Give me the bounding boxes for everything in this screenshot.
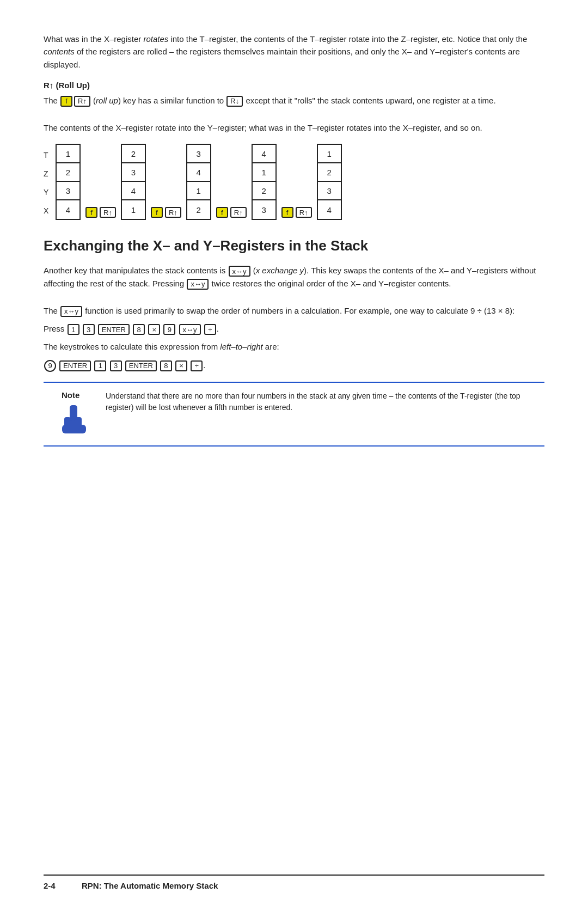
keystroke-key-9: 9: [44, 360, 56, 372]
label-Z: Z: [44, 164, 53, 183]
stack-4-cells: 4 1 2 3: [252, 144, 277, 220]
press-line: Press 1 3 ENTER 8 × 9 x↔y ÷.: [44, 322, 544, 335]
keystroke-keys-line: 9 ENTER 1 3 ENTER 8 × ÷.: [44, 359, 544, 372]
stack-5-X: 4: [318, 200, 341, 219]
arrow-key-1: f R↑: [85, 207, 117, 218]
rollup-heading: R↑ (Roll Up): [44, 81, 544, 90]
xxy-key-1: x↔y: [229, 266, 250, 277]
arrow-2: f R↑: [146, 146, 186, 220]
finger-icon: [59, 405, 89, 438]
label-T: T: [44, 146, 53, 164]
rollup-key: R↑: [74, 96, 90, 107]
footer-title: RPN: The Automatic Memory Stack: [82, 881, 218, 890]
stack-3-T: 3: [187, 145, 210, 163]
stack-4-Y: 2: [253, 182, 275, 200]
keystroke-key-enter2: ENTER: [125, 360, 157, 371]
keystroke-key-1: 1: [94, 360, 106, 371]
stack-1-X: 4: [57, 200, 79, 219]
stack-3-Z: 4: [187, 163, 210, 182]
press-key-xxy: x↔y: [179, 324, 201, 335]
arrow-key-3: f R↑: [216, 207, 247, 218]
stack-2-Z: 3: [122, 163, 145, 182]
stack-3-Y: 1: [187, 182, 210, 200]
exchange-para2: The x↔y function is used primarily to sw…: [44, 304, 544, 317]
label-X: X: [44, 201, 53, 220]
press-key-8: 8: [133, 324, 145, 335]
press-key-times: ×: [148, 324, 160, 335]
note-text: Understand that there are no more than f…: [106, 390, 536, 414]
stack-1-cells: 1 2 3 4: [56, 144, 81, 220]
stack-diagrams: T Z Y X 1 2 3 4 f R↑ 2 3 4 1: [44, 144, 544, 220]
left-to-right-italic: left–to–right: [220, 342, 262, 351]
exchange-italic: x exchange y: [256, 266, 304, 275]
stack-2-X: 1: [122, 200, 145, 219]
arrow-4: f R↑: [277, 146, 317, 220]
stack-labels: T Z Y X: [44, 144, 53, 220]
stack-5-cells: 1 2 3 4: [317, 144, 342, 220]
press-key-enter1: ENTER: [98, 324, 130, 335]
keystroke-line: The keystrokes to calculate this express…: [44, 340, 544, 353]
arrow-3: f R↑: [211, 146, 252, 220]
stack-1-T: 1: [57, 145, 79, 163]
rotates-italic: rotates: [143, 34, 168, 44]
contents-italic: contents: [44, 47, 75, 56]
shift-key-1: f: [85, 207, 97, 218]
stack-3-X: 2: [187, 200, 210, 219]
rolldown-key: R↓: [226, 96, 243, 107]
stack-2-T: 2: [122, 145, 145, 163]
shift-key-2: f: [151, 207, 163, 218]
footer-page: 2-4: [44, 881, 65, 890]
press-key-1: 1: [68, 324, 79, 335]
stack-3-cells: 3 4 1 2: [186, 144, 211, 220]
press-key-9: 9: [163, 324, 175, 335]
stack-1-Y: 3: [57, 182, 79, 200]
stack-1-Z: 2: [57, 163, 79, 182]
shift-rollup-key-combo: f R↑: [60, 96, 91, 107]
keystroke-key-enter1: ENTER: [59, 360, 91, 371]
keystroke-key-times: ×: [175, 360, 187, 371]
rollup-key-1: R↑: [100, 207, 116, 218]
arrow-key-4: f R↑: [281, 207, 313, 218]
rollup-italic: roll up: [96, 96, 118, 105]
stack-4-T: 4: [253, 145, 275, 163]
keystroke-key-div: ÷: [191, 360, 203, 371]
stack-5-T: 1: [318, 145, 341, 163]
exchange-heading: Exchanging the X– and Y–Registers in the…: [44, 237, 544, 254]
xxy-key-3: x↔y: [60, 306, 82, 317]
rollup-key-4: R↑: [296, 207, 312, 218]
press-key-3: 3: [83, 324, 95, 335]
keystroke-key-3: 3: [110, 360, 122, 371]
note-label: Note: [62, 390, 87, 400]
footer: 2-4 RPN: The Automatic Memory Stack: [44, 875, 544, 890]
keystroke-key-8: 8: [160, 360, 172, 371]
arrow-key-2: f R↑: [150, 207, 182, 218]
arrow-1: f R↑: [81, 146, 121, 220]
exchange-para1: Another key that manipulates the stack c…: [44, 264, 544, 290]
rollup-para1: The f R↑ (roll up) key has a similar fun…: [44, 94, 544, 107]
rollup-para2: The contents of the X–register rotate in…: [44, 121, 544, 134]
label-Y: Y: [44, 183, 53, 201]
shift-key-3: f: [216, 207, 228, 218]
svg-rect-4: [62, 425, 86, 433]
rollup-key-3: R↑: [230, 207, 247, 218]
rollup-key-2: R↑: [165, 207, 181, 218]
xxy-key-2: x↔y: [187, 279, 209, 290]
shift-key: f: [60, 96, 72, 107]
page-content: What was in the X–register rotates into …: [44, 33, 544, 447]
stack-5-Z: 2: [318, 163, 341, 182]
stack-1-with-labels: T Z Y X 1 2 3 4: [44, 144, 81, 220]
press-key-div: ÷: [204, 324, 216, 335]
shift-key-4: f: [281, 207, 293, 218]
intro-paragraph: What was in the X–register rotates into …: [44, 33, 544, 71]
stack-4-Z: 1: [253, 163, 275, 182]
stack-4-X: 3: [253, 200, 275, 219]
note-left-col: Note: [52, 390, 96, 438]
stack-5-Y: 3: [318, 182, 341, 200]
stack-2-Y: 4: [122, 182, 145, 200]
stack-2-cells: 2 3 4 1: [121, 144, 146, 220]
note-box: Note Understand that there are no more t…: [44, 382, 544, 447]
